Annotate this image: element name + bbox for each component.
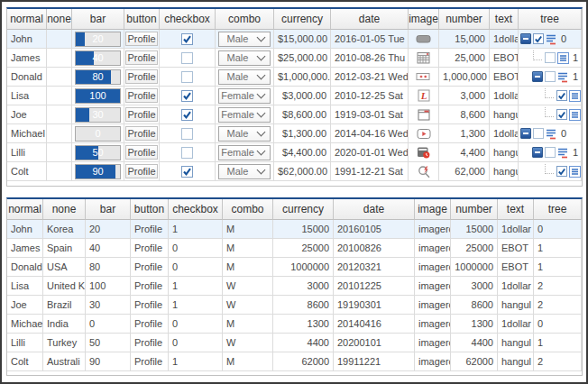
cell-none: Australi: [43, 352, 86, 371]
tree-node-label: 0: [561, 30, 566, 48]
checkbox[interactable]: [545, 147, 556, 158]
cell-checkbox: 1: [169, 277, 223, 296]
profile-button[interactable]: Profile: [125, 32, 158, 46]
gender-combo[interactable]: Male: [218, 126, 271, 142]
cell-bar: 0: [72, 124, 124, 143]
header-tree[interactable]: tree: [534, 199, 582, 220]
profile-button[interactable]: Profile: [125, 69, 158, 84]
checkbox[interactable]: [556, 109, 567, 120]
header-text[interactable]: text: [490, 9, 519, 30]
gender-combo[interactable]: Female: [218, 107, 271, 123]
cell-combo: M: [223, 315, 273, 334]
checkbox[interactable]: [545, 71, 556, 82]
tree-collapse-icon[interactable]: [532, 71, 543, 82]
checkbox[interactable]: [181, 128, 193, 140]
checkbox[interactable]: [181, 52, 193, 64]
tree-collapse-icon[interactable]: [520, 128, 531, 139]
header-currency[interactable]: currency: [274, 9, 331, 30]
minus-glyph: [523, 133, 528, 134]
header-bar[interactable]: bar: [72, 9, 124, 30]
checkbox[interactable]: [181, 71, 193, 83]
header-none[interactable]: none: [47, 9, 72, 30]
cell-none: USA: [43, 258, 86, 277]
header-button[interactable]: button: [131, 199, 169, 220]
profile-button[interactable]: Profile: [125, 88, 158, 103]
header-button[interactable]: button: [124, 9, 160, 30]
cell-number: 25,000: [439, 49, 490, 68]
tree-branch-icon: [546, 33, 557, 45]
cell-date: 1919-03-01 Sat: [331, 105, 409, 124]
header-date[interactable]: date: [331, 9, 409, 30]
cell-date: 2016-01-05 Tue: [331, 30, 409, 49]
checkbox[interactable]: [545, 52, 556, 63]
header-combo[interactable]: combo: [223, 199, 273, 220]
header-image[interactable]: image: [415, 199, 451, 220]
cell-text: EBOT: [498, 258, 534, 277]
header-checkbox[interactable]: checkbox: [160, 9, 216, 30]
header-number[interactable]: number: [451, 199, 498, 220]
cell-none: Brazil: [43, 296, 86, 315]
gender-combo[interactable]: Male: [218, 32, 271, 47]
profile-button[interactable]: Profile: [125, 164, 158, 178]
header-tree[interactable]: tree: [519, 9, 582, 30]
checkbox[interactable]: [181, 90, 193, 102]
cell-combo: M: [223, 220, 273, 239]
profile-button[interactable]: Profile: [125, 145, 158, 160]
tree-collapse-icon[interactable]: [520, 33, 531, 44]
profile-button[interactable]: Profile: [125, 126, 158, 141]
header-none[interactable]: none: [43, 199, 86, 220]
checkbox[interactable]: [181, 166, 193, 178]
checkbox[interactable]: [556, 90, 567, 101]
header-number[interactable]: number: [439, 9, 490, 30]
cell-bar: 90: [86, 352, 131, 371]
cell-currency: 62000: [273, 352, 334, 371]
tree-elbow-connector: [545, 107, 554, 117]
header-normal[interactable]: normal: [7, 9, 47, 30]
tree-leaf-icon: [569, 90, 581, 102]
progress-bar: 30: [75, 107, 121, 123]
checkbox[interactable]: [533, 33, 544, 44]
chevron-down-icon: [257, 52, 266, 61]
plus-box-icon: [416, 70, 431, 83]
tree-collapse-icon[interactable]: [532, 147, 543, 158]
checkbox[interactable]: [533, 128, 544, 139]
header-combo[interactable]: combo: [216, 9, 274, 30]
cell-number: 3000: [451, 277, 498, 296]
cell-text: hangul: [498, 352, 534, 371]
profile-button[interactable]: Profile: [125, 107, 158, 122]
profile-button[interactable]: Profile: [125, 50, 158, 65]
header-checkbox[interactable]: checkbox: [169, 199, 223, 220]
cell-checkbox: 1: [169, 352, 223, 371]
header-text[interactable]: text: [498, 199, 534, 220]
header-normal[interactable]: normal: [7, 199, 43, 220]
cell-number: 8600: [451, 296, 498, 315]
header-date[interactable]: date: [334, 199, 415, 220]
cell-checkbox: 0: [169, 315, 223, 334]
gender-combo[interactable]: Male: [218, 164, 271, 179]
gender-combo[interactable]: Female: [218, 88, 271, 104]
cell-image: [409, 30, 439, 49]
checkbox[interactable]: [556, 166, 567, 177]
cell-image: imagerc: [415, 352, 451, 371]
cell-tree: 1: [519, 68, 582, 87]
cell-tree: 2: [519, 105, 582, 124]
checkbox[interactable]: [181, 33, 193, 45]
grid-row: Lilli50ProfileFemale$4,400.002020-01-01 …: [7, 143, 582, 162]
cell-bar: 30: [86, 296, 131, 315]
gender-combo[interactable]: Male: [218, 50, 271, 66]
cell-date: 20100826: [334, 239, 415, 258]
checkbox[interactable]: [181, 147, 193, 159]
grid-row: Colt90ProfileMale$62,000.001991-12-21 Sa…: [7, 162, 582, 181]
cell-combo: Female: [216, 143, 274, 162]
header-currency[interactable]: currency: [273, 199, 334, 220]
cell-bar: 100: [72, 87, 124, 105]
cell-button: Profile: [124, 30, 160, 49]
cell-normal: John: [7, 220, 43, 239]
gender-combo[interactable]: Female: [218, 145, 271, 160]
header-image[interactable]: image: [409, 9, 439, 30]
header-bar[interactable]: bar: [86, 199, 131, 220]
cell-number: 15,000: [439, 30, 490, 49]
gender-combo[interactable]: Male: [218, 69, 271, 85]
checkbox[interactable]: [181, 109, 193, 121]
cell-checkbox: [160, 87, 216, 105]
